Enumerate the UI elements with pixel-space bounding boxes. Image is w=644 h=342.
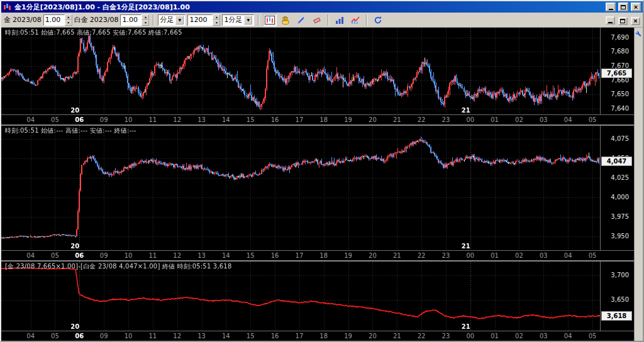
- y-axis-tick-label: 3,975: [611, 213, 629, 221]
- x-axis-hour-label: 00: [466, 252, 474, 260]
- x-axis-hour-label: 20: [369, 116, 377, 124]
- refresh-button[interactable]: [371, 14, 385, 26]
- platinum-multiplier-down-button[interactable]: ▼: [142, 20, 149, 26]
- platinum-chart-plot[interactable]: 時刻:05:51 始値:--- 高値:--- 安値:--- 終値:--- 202…: [1, 126, 600, 250]
- x-axis-hour-label: 22: [418, 333, 426, 340]
- draw-line-button[interactable]: [294, 14, 308, 26]
- x-axis-hour-label: 01: [491, 116, 499, 124]
- x-axis-hour-label: 03: [540, 116, 548, 124]
- chart-window-minimize-button[interactable]: [606, 16, 615, 25]
- x-axis-hour-label: 22: [418, 252, 426, 260]
- spread-chart-plot[interactable]: [金 23/08 7,665×1.00]-[白金 23/08 4,047×1.0…: [1, 262, 600, 331]
- chart-window-close-button[interactable]: ×: [631, 17, 640, 25]
- x-axis-hour-label: 06: [75, 252, 84, 260]
- platinum-time-axis: 0405060910111213141516171819202122230001…: [1, 250, 634, 260]
- chevron-down-icon: ▼: [244, 16, 252, 25]
- x-axis-hour-label: 15: [247, 252, 255, 260]
- x-axis-hour-label: 20: [369, 252, 377, 260]
- session-date-label: 20: [70, 107, 79, 114]
- gold-multiplier-down-button[interactable]: ▼: [65, 20, 72, 26]
- x-axis-hour-label: 05: [589, 252, 597, 260]
- gold-instrument-label: 金: [4, 15, 11, 25]
- y-axis-tick-label: 7,690: [611, 34, 629, 41]
- y-axis-tick-label: 7,680: [611, 48, 629, 55]
- x-axis-hour-label: 23: [442, 252, 450, 260]
- x-axis-hour-label: 04: [26, 252, 35, 260]
- gold-last-price-badge: 7,665: [601, 69, 632, 78]
- x-axis-hour-label: 13: [197, 333, 206, 340]
- gold-time-axis: 0405060910111213141516171819202122230001…: [1, 114, 634, 124]
- spread-line-canvas: [1, 262, 600, 331]
- toolbar: 金 2023/08 ▲ ▼ 白金 2023/08 ▲ ▼ 分足 ▼ ▲: [1, 13, 643, 28]
- x-axis-hour-label: 17: [296, 333, 304, 340]
- gold-candlestick-canvas: [1, 28, 600, 114]
- maximize-button[interactable]: [618, 3, 628, 11]
- candlestick-chart-button[interactable]: [263, 14, 277, 26]
- chart-window-restore-button[interactable]: [618, 17, 628, 25]
- x-axis-hour-label: 09: [100, 252, 108, 260]
- x-axis-hour-label: 04: [564, 333, 572, 340]
- x-axis-hour-label: 16: [271, 333, 279, 340]
- x-axis-hour-label: 04: [564, 252, 572, 260]
- y-axis-tick-label: 4,000: [611, 194, 629, 201]
- indicator-chart-button[interactable]: [348, 14, 362, 26]
- pan-hand-button[interactable]: [279, 14, 292, 26]
- bar-count-up-button[interactable]: ▲: [213, 14, 220, 20]
- platinum-ohlc-info: 時刻:05:51 始値:--- 高値:--- 安値:--- 終値:---: [5, 126, 136, 135]
- down-arrow-icon: ▼: [215, 21, 218, 24]
- y-axis-tick-label: 4,075: [611, 135, 629, 143]
- gold-chart-plot[interactable]: 時刻:05:51 始値:7,665 高値:7,665 安値:7,665 終値:7…: [1, 28, 600, 114]
- platinum-chart-panel: 時刻:05:51 始値:--- 高値:--- 安値:--- 終値:--- 202…: [1, 126, 634, 262]
- x-axis-hour-label: 09: [100, 116, 108, 124]
- y-axis-tick-label: 4,025: [611, 174, 629, 182]
- platinum-multiplier-up-button[interactable]: ▲: [142, 14, 149, 20]
- x-axis-hour-label: 04: [26, 333, 35, 340]
- x-axis-hour-label: 21: [393, 116, 401, 124]
- gold-multiplier-input[interactable]: [45, 16, 63, 24]
- close-button[interactable]: ×: [631, 3, 641, 11]
- gold-contract-month: 2023/08: [13, 16, 42, 24]
- x-axis-hour-label: 16: [271, 252, 279, 260]
- x-axis-hour-label: 20: [369, 333, 377, 340]
- minimize-icon: [609, 9, 613, 10]
- platinum-price-axis: 4,047 4,0754,0504,0254,0003,9753,950: [600, 126, 634, 250]
- x-axis-hour-label: 17: [296, 252, 304, 260]
- down-arrow-icon: ▼: [67, 21, 70, 24]
- hand-icon: [280, 16, 291, 25]
- eraser-button[interactable]: [310, 14, 324, 26]
- y-axis-tick-label: 3,950: [611, 233, 629, 240]
- x-axis-hour-label: 09: [100, 333, 108, 340]
- gold-multiplier-up-button[interactable]: ▲: [65, 14, 72, 20]
- settings-wrench-icon: [635, 30, 642, 37]
- gold-ohlc-info: 時刻:05:51 始値:7,665 高値:7,665 安値:7,665 終値:7…: [5, 28, 182, 37]
- session-date-label: 21: [462, 107, 470, 114]
- maximize-icon: [621, 5, 626, 9]
- period-type-dropdown[interactable]: 分足 ▼: [158, 14, 186, 26]
- x-axis-hour-label: 01: [491, 252, 499, 260]
- title-bar[interactable]: 金1分足[2023/08]1.00 - 白金1分足[2023/08]1.00 ×: [1, 1, 643, 13]
- volume-chart-button[interactable]: [333, 14, 347, 26]
- eraser-icon: [312, 16, 322, 25]
- toolbar-separator: [366, 14, 367, 26]
- x-axis-hour-label: 15: [247, 116, 255, 124]
- spread-chart-panel: [金 23/08 7,665×1.00]-[白金 23/08 4,047×1.0…: [1, 262, 634, 341]
- x-axis-hour-label: 05: [51, 333, 59, 340]
- spread-last-value-badge: 3,618: [601, 311, 632, 321]
- y-axis-tick-label: 3,650: [611, 296, 629, 304]
- pencil-icon: [296, 16, 306, 25]
- x-axis-hour-label: 14: [222, 116, 230, 124]
- platinum-multiplier-input[interactable]: [122, 16, 140, 24]
- app-window: 金1分足[2023/08]1.00 - 白金1分足[2023/08]1.00 ×…: [0, 0, 644, 342]
- x-axis-hour-label: 02: [515, 116, 523, 124]
- interval-dropdown[interactable]: 1分足 ▼: [222, 14, 254, 26]
- bar-count-input[interactable]: [189, 16, 211, 24]
- restore-icon: [620, 19, 625, 23]
- minimize-button[interactable]: [606, 3, 616, 11]
- bar-count-down-button[interactable]: ▼: [213, 20, 220, 26]
- settings-wrench-button[interactable]: [635, 30, 643, 38]
- x-axis-hour-label: 19: [344, 116, 352, 124]
- toolbar-separator: [153, 14, 154, 26]
- x-axis-hour-label: 16: [271, 116, 279, 124]
- x-axis-hour-label: 13: [197, 116, 206, 124]
- x-axis-hour-label: 00: [466, 116, 474, 124]
